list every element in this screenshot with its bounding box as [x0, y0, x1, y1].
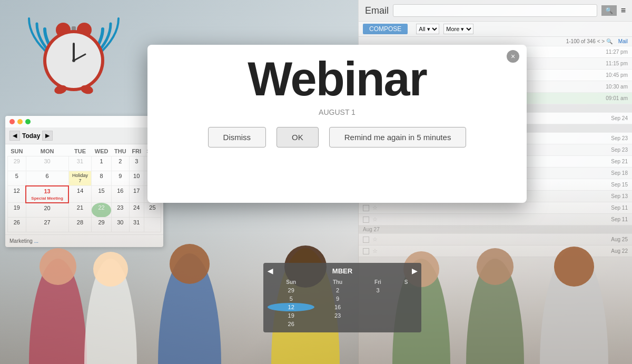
- calendar-next-btn[interactable]: ▶: [42, 131, 53, 141]
- email-header: Email 🔍 ≡: [359, 0, 632, 22]
- email-time: Sep 18: [611, 170, 628, 176]
- table-row[interactable]: 31: [68, 156, 92, 171]
- calendar-header: ◀ Today ▶: [5, 127, 163, 144]
- email-time: Sep 24: [611, 115, 628, 121]
- email-time: 10:45 pm: [606, 72, 628, 78]
- dismiss-button[interactable]: Dismiss: [208, 127, 266, 147]
- cal-header-sun: SUN: [8, 146, 26, 156]
- webinar-title: Webinar: [147, 45, 527, 108]
- mini-calendar-table: Sun Thu Fri S 29 2 3 5 9: [268, 278, 417, 328]
- table-row[interactable]: 30: [26, 156, 68, 171]
- table-row[interactable]: 16: [314, 303, 360, 311]
- email-search-bar[interactable]: [393, 4, 597, 17]
- email-time: Sep 23: [611, 135, 628, 141]
- cal-header-wed: WED: [92, 146, 111, 156]
- table-row[interactable]: [395, 286, 417, 294]
- cal-header-fri: FRI: [129, 146, 144, 156]
- pagination-info: 1-100 of 346: [566, 38, 596, 44]
- email-time: Sep 21: [611, 159, 628, 164]
- table-row[interactable]: 26: [268, 320, 314, 328]
- email-time: 10:30 am: [606, 84, 628, 90]
- modal-subtitle: AUGUST 1: [147, 108, 527, 116]
- email-toolbar: COMPOSE All ▾ More ▾: [359, 22, 632, 37]
- filter-more-select[interactable]: More ▾: [443, 24, 473, 34]
- mail-label: Mail: [618, 38, 628, 44]
- alarm-area: [16, 8, 132, 103]
- table-row[interactable]: 29: [8, 156, 26, 171]
- modal-close-button[interactable]: ×: [507, 50, 519, 63]
- close-dot[interactable]: [9, 119, 15, 124]
- window-controls: [5, 116, 163, 127]
- table-row[interactable]: 5: [268, 294, 314, 303]
- table-row[interactable]: 3: [129, 156, 144, 171]
- compose-button[interactable]: COMPOSE: [363, 24, 408, 34]
- table-row[interactable]: 29: [268, 286, 314, 294]
- filter-all-select[interactable]: All ▾: [416, 24, 439, 34]
- mini-calendar: ◀ MBER ▶ Sun Thu Fri S 29 2 3: [263, 263, 421, 332]
- table-row[interactable]: 19: [268, 311, 314, 320]
- email-time: 11:27 pm: [606, 49, 628, 55]
- table-row[interactable]: 2: [111, 156, 129, 171]
- table-row[interactable]: [395, 303, 417, 311]
- cal-header-mon: MON: [26, 146, 68, 156]
- table-row[interactable]: 9: [314, 294, 360, 303]
- reminder-modal: × Webinar AUGUST 1 Dismiss OK Remind me …: [147, 45, 527, 203]
- table-row[interactable]: [395, 311, 417, 320]
- table-row[interactable]: [395, 320, 417, 328]
- background-scene: ◀ Today ▶ SUN MON TUE WED THU FRI SAT: [0, 0, 632, 364]
- email-menu-icon[interactable]: ≡: [621, 6, 626, 15]
- email-search-btn[interactable]: 🔍: [601, 5, 617, 16]
- email-title: Email: [365, 5, 389, 16]
- mini-cal-next[interactable]: ▶: [412, 267, 417, 275]
- mini-cal-header-fri: Fri: [361, 278, 396, 286]
- maximize-dot[interactable]: [25, 119, 31, 124]
- mini-cal-prev[interactable]: ◀: [268, 267, 273, 275]
- mini-calendar-header: ◀ MBER ▶: [268, 267, 417, 275]
- table-row[interactable]: [314, 320, 360, 328]
- calendar-prev-btn[interactable]: ◀: [9, 131, 20, 141]
- table-row[interactable]: 23: [314, 311, 360, 320]
- email-time: 09:01 am: [606, 95, 628, 101]
- minimize-dot[interactable]: [17, 119, 23, 124]
- table-row[interactable]: 12: [268, 303, 314, 311]
- mini-cal-title: MBER: [332, 267, 352, 275]
- remind-later-button[interactable]: Remind me again in 5 minutes: [329, 127, 467, 147]
- ok-button[interactable]: OK: [276, 127, 319, 147]
- mini-cal-header-sun: Sun: [268, 278, 314, 286]
- email-time: 11:15 pm: [606, 61, 628, 66]
- cal-header-thu: THU: [111, 146, 129, 156]
- modal-button-group: Dismiss OK Remind me again in 5 minutes: [147, 122, 527, 158]
- table-row[interactable]: [361, 311, 396, 320]
- table-row[interactable]: [361, 320, 396, 328]
- mini-cal-header-thu: Thu: [314, 278, 360, 286]
- alarm-sound-svg: [16, 8, 132, 103]
- search-icon[interactable]: 🔍: [606, 38, 613, 44]
- calendar-today-btn[interactable]: Today: [22, 132, 40, 140]
- mini-cal-header-s: S: [395, 278, 417, 286]
- cal-header-tue: TUE: [68, 146, 92, 156]
- table-row[interactable]: 1: [92, 156, 111, 171]
- table-row[interactable]: 3: [361, 286, 396, 294]
- table-row[interactable]: [361, 303, 396, 311]
- table-row[interactable]: 2: [314, 286, 360, 294]
- table-row[interactable]: [361, 294, 396, 303]
- email-time: Sep 23: [611, 147, 628, 153]
- table-row[interactable]: [395, 294, 417, 303]
